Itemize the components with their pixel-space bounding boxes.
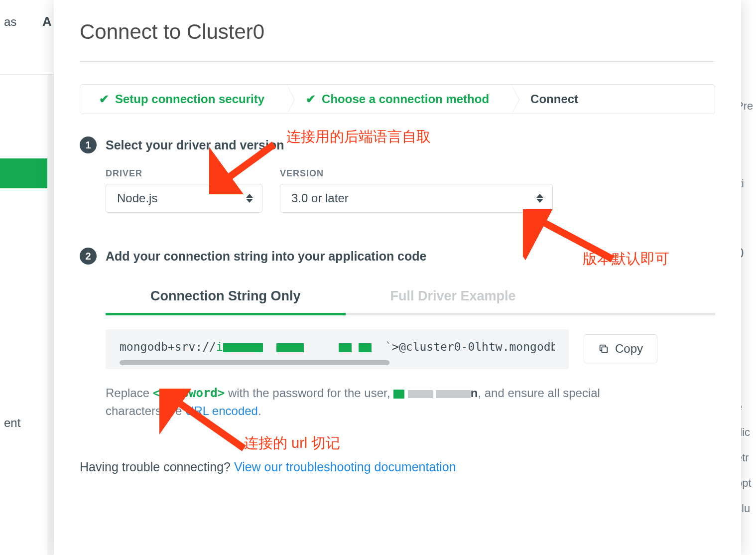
step-security[interactable]: ✔ Setup connection security: [80, 85, 287, 114]
scrollbar-track[interactable]: [120, 360, 555, 365]
step-label: Choose a connection method: [322, 92, 489, 106]
bg-text: A: [42, 14, 52, 29]
sort-icon: [246, 194, 253, 203]
driver-version-row: DRIVER Node.js VERSION 3.0 or later: [80, 168, 715, 213]
section-2-header: 2 Add your connection string into your a…: [80, 248, 715, 265]
troubleshoot-row: Having trouble connecting? View our trou…: [80, 460, 715, 474]
step-label: Setup connection security: [115, 92, 264, 106]
step-connect[interactable]: Connect: [511, 85, 601, 114]
step-method[interactable]: ✔ Choose a connection method: [287, 85, 511, 114]
driver-field: DRIVER Node.js: [106, 168, 262, 213]
copy-label: Copy: [615, 342, 643, 356]
bg-leftcol: [0, 75, 47, 555]
svg-rect-4: [602, 347, 607, 352]
version-select[interactable]: 3.0 or later: [280, 184, 553, 213]
version-value: 3.0 or later: [291, 191, 349, 205]
tab-connection-string[interactable]: Connection String Only: [106, 279, 346, 315]
copy-button[interactable]: Copy: [584, 334, 657, 363]
bg-greenbar: [0, 158, 47, 188]
password-note: Replace <password> with the password for…: [106, 384, 633, 420]
sort-icon: [536, 194, 543, 203]
step-number-badge: 1: [80, 137, 97, 153]
code-tabs: Connection String Only Full Driver Examp…: [80, 279, 715, 315]
section-2-title: Add your connection string into your app…: [106, 249, 426, 264]
bg-text: as: [4, 15, 16, 29]
modal-title: Connect to Cluster0: [80, 20, 715, 44]
troubleshoot-link[interactable]: View our troubleshooting documentation: [234, 460, 456, 474]
driver-select[interactable]: Node.js: [106, 184, 262, 213]
connection-string: mongodb+srv://i `>@cluster0-0lhtw.mongod…: [120, 340, 555, 353]
code-row: mongodb+srv://i `>@cluster0-0lhtw.mongod…: [106, 329, 715, 369]
step-label: Connect: [530, 92, 578, 106]
url-encoded-link[interactable]: URL encoded: [185, 404, 258, 417]
divider: [80, 61, 715, 62]
tab-full-example[interactable]: Full Driver Example: [346, 279, 561, 315]
svg-marker-2: [536, 194, 543, 198]
steps-breadcrumb: ✔ Setup connection security ✔ Choose a c…: [80, 84, 715, 114]
tabs-border: [561, 279, 715, 315]
step-number-badge: 2: [80, 248, 97, 265]
bg-text: ent: [4, 416, 20, 430]
section-1-title: Select your driver and version: [106, 138, 284, 152]
version-field: VERSION 3.0 or later: [280, 168, 553, 213]
driver-label: DRIVER: [106, 168, 262, 179]
svg-marker-3: [536, 199, 543, 203]
check-icon: ✔: [99, 92, 109, 106]
connect-modal: Connect to Cluster0 ✔ Setup connection s…: [54, 0, 741, 555]
check-icon: ✔: [306, 92, 316, 106]
connection-string-box[interactable]: mongodb+srv://i `>@cluster0-0lhtw.mongod…: [106, 329, 569, 369]
driver-value: Node.js: [117, 191, 157, 205]
section-1-header: 1 Select your driver and version: [80, 137, 715, 153]
version-label: VERSION: [280, 168, 553, 179]
svg-marker-0: [246, 194, 253, 198]
scrollbar-thumb[interactable]: [120, 360, 389, 365]
copy-icon: [598, 343, 609, 354]
svg-marker-1: [246, 199, 253, 203]
